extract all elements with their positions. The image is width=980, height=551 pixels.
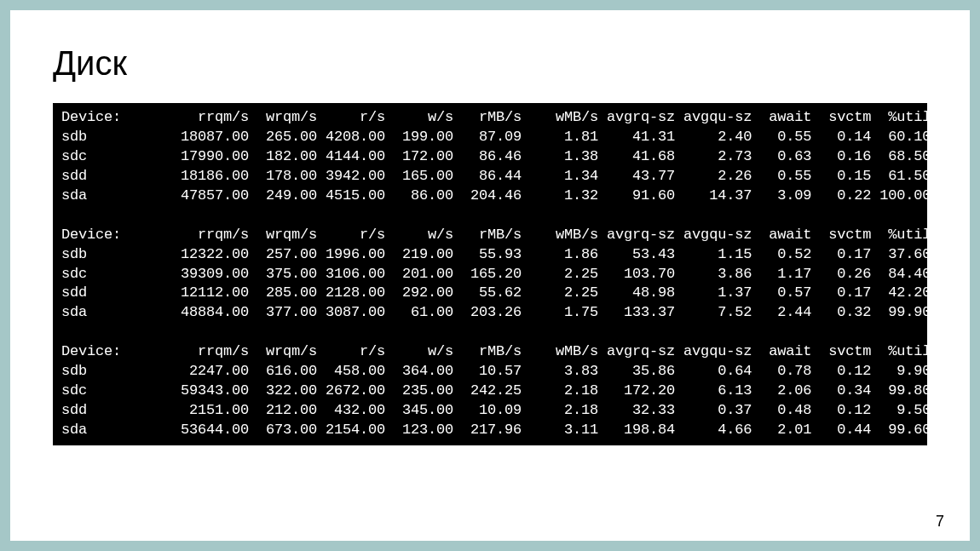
iostat-terminal: Device: rrqm/s wrqm/s r/s w/s rMB/s wMB/… <box>53 103 927 445</box>
page-number: 7 <box>936 513 944 531</box>
slide: Диск Device: rrqm/s wrqm/s r/s w/s rMB/s… <box>10 10 970 541</box>
slide-title: Диск <box>53 44 927 83</box>
